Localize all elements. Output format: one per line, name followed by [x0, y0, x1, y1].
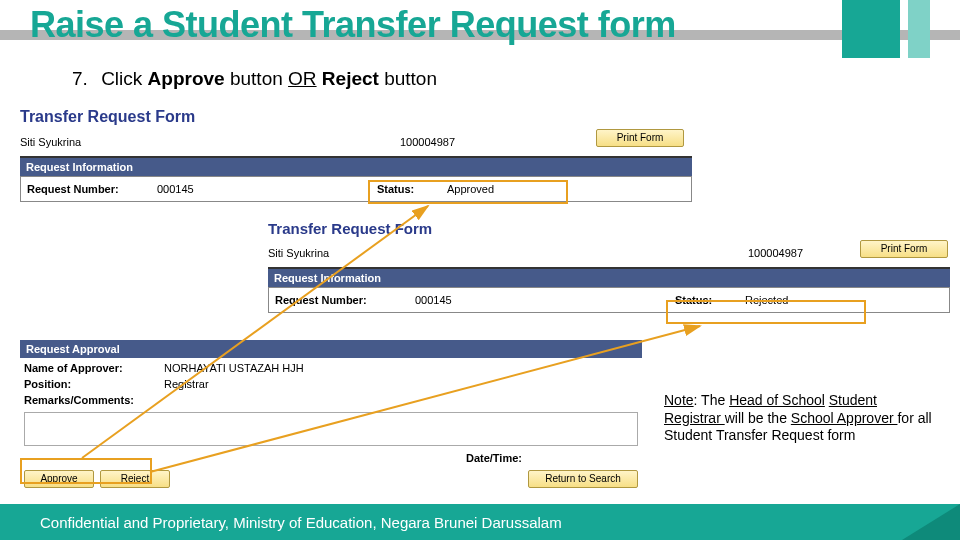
request-number-value: 000145: [157, 183, 377, 195]
form-heading: Transfer Request Form: [268, 220, 950, 237]
approval-header: Request Approval: [20, 340, 642, 358]
title-accent-2: [908, 0, 930, 58]
print-form-button[interactable]: Print Form: [860, 240, 948, 258]
request-number-value: 000145: [415, 294, 675, 306]
step-number: 7.: [72, 68, 88, 89]
highlight-approve-reject-buttons: [20, 458, 152, 484]
footer-bar: Confidential and Proprietary, Ministry o…: [0, 504, 960, 540]
student-id: 100004987: [748, 247, 848, 259]
request-number-label: Request Number:: [275, 294, 415, 306]
position-label: Position:: [24, 378, 164, 390]
request-number-label: Request Number:: [27, 183, 157, 195]
note-text: Note: The Head of School Student Registr…: [664, 392, 932, 445]
student-name: Siti Syukrina: [268, 247, 748, 259]
return-to-search-button[interactable]: Return to Search: [528, 470, 638, 488]
print-form-button[interactable]: Print Form: [596, 129, 684, 147]
approver-name-value: NORHAYATI USTAZAH HJH: [164, 362, 638, 374]
footer-text: Confidential and Proprietary, Ministry o…: [40, 514, 562, 531]
highlight-status-approved: [368, 180, 568, 204]
student-name: Siti Syukrina: [20, 136, 400, 148]
transfer-form-approved: Transfer Request Form Siti Syukrina 1000…: [20, 108, 692, 202]
student-id: 100004987: [400, 136, 540, 148]
form-heading: Transfer Request Form: [20, 108, 692, 126]
footer-accent: [902, 504, 960, 540]
approver-name-label: Name of Approver:: [24, 362, 164, 374]
highlight-status-rejected: [666, 300, 866, 324]
request-info-header: Request Information: [268, 267, 950, 287]
instruction-step: 7. Click Approve button OR Reject button: [72, 68, 437, 90]
remarks-textarea[interactable]: [24, 412, 638, 446]
remarks-label: Remarks/Comments:: [24, 394, 164, 406]
request-info-header: Request Information: [20, 156, 692, 176]
title-accent-1: [842, 0, 900, 58]
page-title: Raise a Student Transfer Request form: [30, 4, 676, 46]
position-value: Registrar: [164, 378, 638, 390]
